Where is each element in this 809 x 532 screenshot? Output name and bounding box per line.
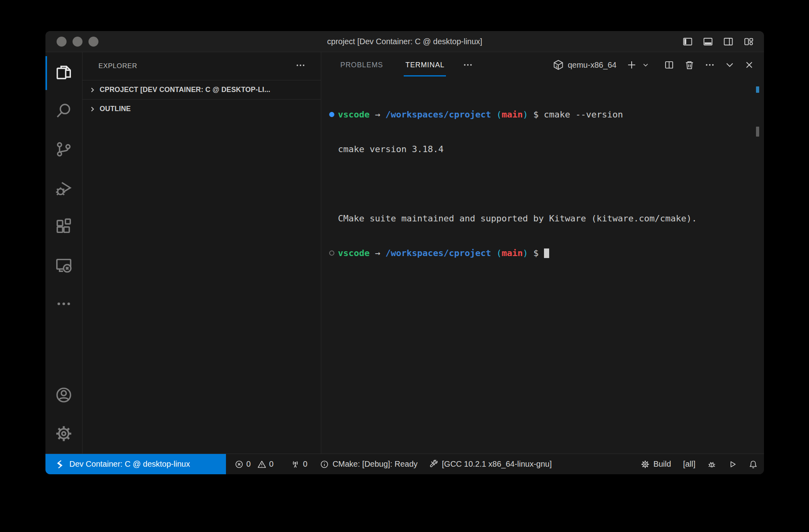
sidebar-item-source-control[interactable]	[45, 131, 82, 169]
close-window-button[interactable]	[57, 37, 67, 47]
toggle-secondary-sidebar-icon[interactable]	[723, 36, 734, 47]
sidebar-title: EXPLORER	[98, 62, 137, 70]
prompt-decoration	[329, 250, 334, 256]
svg-text:$: $	[556, 65, 558, 69]
kill-terminal-trash-icon[interactable]	[684, 60, 695, 70]
sidebar-item-run-and-debug[interactable]	[45, 169, 82, 208]
launch-target-button[interactable]	[728, 460, 737, 469]
warning-count: 0	[269, 460, 273, 469]
account-icon	[55, 386, 73, 406]
explorer-section-outline[interactable]: OUTLINE	[82, 99, 321, 118]
settings-gear-icon	[55, 424, 73, 444]
tools-icon	[430, 460, 438, 469]
scrollbar-thumb[interactable]	[756, 127, 759, 137]
terminal-blank-line	[338, 178, 764, 190]
traffic-lights	[57, 31, 98, 52]
launch-profile-chevron-icon[interactable]	[642, 61, 649, 68]
cmake-kit-status[interactable]: [GCC 10.2.1 x86_64-linux-gnu]	[430, 460, 552, 469]
hide-panel-chevron-icon[interactable]	[725, 60, 734, 70]
files-icon	[55, 63, 73, 83]
section-label: OUTLINE	[100, 105, 131, 113]
close-panel-icon[interactable]	[744, 60, 754, 70]
terminal-prompt-line: vscode → /workspaces/cproject (main) $	[338, 247, 764, 259]
sidebar-item-more[interactable]	[45, 285, 82, 324]
sidebar-item-remote-explorer[interactable]	[45, 246, 82, 285]
cmake-status-label: CMake: [Debug]: Ready	[332, 460, 417, 469]
radio-tower-icon	[291, 460, 300, 469]
terminal-cursor	[544, 248, 549, 258]
cmake-status[interactable]: CMake: [Debug]: Ready	[320, 460, 417, 469]
explorer-sidebar: EXPLORER CPROJECT [DEV CONTAINER: C @ DE…	[82, 52, 321, 454]
warning-icon	[257, 460, 266, 469]
source-control-icon	[55, 140, 73, 160]
notifications-button[interactable]	[749, 460, 758, 469]
build-target-label: [all]	[683, 460, 695, 469]
search-icon	[55, 102, 73, 121]
panel-more-actions-icon[interactable]	[705, 60, 715, 70]
remote-indicator[interactable]: Dev Container: C @ desktop-linux	[45, 454, 226, 474]
forwarded-ports-count: 0	[303, 460, 307, 469]
window-title: cproject [Dev Container: C @ desktop-lin…	[327, 37, 482, 46]
build-label: Build	[653, 460, 671, 469]
sidebar-item-search[interactable]	[45, 92, 82, 131]
sidebar-item-extensions[interactable]	[45, 208, 82, 246]
sidebar-item-explorer[interactable]	[45, 53, 82, 92]
debug-target-button[interactable]	[707, 460, 716, 469]
error-icon	[235, 460, 243, 469]
tab-problems[interactable]: PROBLEMS	[339, 52, 385, 78]
terminal-name: qemu-x86_64	[568, 61, 617, 70]
tab-terminal[interactable]: TERMINAL	[404, 52, 446, 78]
toggle-primary-sidebar-icon[interactable]	[682, 36, 693, 47]
minimize-window-button[interactable]	[73, 37, 82, 47]
info-icon	[320, 460, 329, 469]
sidebar-item-settings[interactable]	[45, 415, 82, 454]
bottom-panel: PROBLEMS TERMINAL	[321, 52, 764, 454]
zoom-window-button[interactable]	[88, 37, 98, 47]
split-terminal-icon[interactable]	[664, 60, 674, 70]
bell-icon	[749, 460, 758, 469]
error-count: 0	[246, 460, 251, 469]
remote-icon	[55, 460, 65, 469]
cmake-build-button[interactable]: Build	[641, 460, 671, 469]
sidebar-item-accounts[interactable]	[45, 376, 82, 415]
gear-icon	[641, 460, 650, 469]
terminal-output[interactable]: vscode → /workspaces/cproject (main) $ c…	[321, 78, 764, 454]
section-label: CPROJECT [DEV CONTAINER: C @ DESKTOP-LI.…	[100, 86, 270, 94]
panel-tabs-more-icon[interactable]	[463, 60, 473, 70]
more-icon	[55, 295, 73, 315]
status-bar: Dev Container: C @ desktop-linux 0 0	[45, 454, 764, 474]
run-icon	[728, 460, 737, 469]
bug-icon	[707, 460, 716, 469]
activity-bar	[45, 52, 82, 454]
active-terminal-chip[interactable]: $ qemu-x86_64	[553, 59, 617, 70]
new-terminal-icon[interactable]	[626, 60, 637, 70]
terminal-profile-cube-icon: $	[553, 59, 564, 70]
customize-layout-icon[interactable]	[743, 36, 754, 47]
problems-status[interactable]: 0 0	[235, 460, 277, 469]
title-bar: cproject [Dev Container: C @ desktop-lin…	[45, 31, 764, 52]
extensions-icon	[55, 217, 73, 237]
explorer-more-actions-icon[interactable]	[295, 60, 306, 72]
remote-explorer-icon	[55, 256, 73, 276]
terminal-command-line: vscode → /workspaces/cproject (main) $ c…	[338, 109, 764, 120]
ports-status[interactable]: 0	[291, 460, 307, 469]
explorer-section-project[interactable]: CPROJECT [DEV CONTAINER: C @ DESKTOP-LI.…	[82, 80, 321, 99]
panel-header: PROBLEMS TERMINAL	[321, 52, 764, 78]
command-success-decoration	[329, 112, 334, 117]
toggle-panel-icon[interactable]	[703, 36, 713, 47]
chevron-right-icon	[88, 105, 96, 113]
overview-ruler-command-mark	[756, 86, 759, 93]
active-item-indicator	[45, 56, 47, 90]
build-target-button[interactable]: [all]	[683, 460, 695, 469]
terminal-output-line: CMake suite maintained and supported by …	[338, 213, 764, 224]
chevron-right-icon	[88, 86, 96, 94]
vscode-window: cproject [Dev Container: C @ desktop-lin…	[45, 31, 764, 474]
remote-label: Dev Container: C @ desktop-linux	[69, 460, 190, 469]
kit-label: [GCC 10.2.1 x86_64-linux-gnu]	[442, 460, 552, 469]
terminal-output-line: cmake version 3.18.4	[338, 143, 764, 155]
debug-icon	[55, 179, 73, 199]
